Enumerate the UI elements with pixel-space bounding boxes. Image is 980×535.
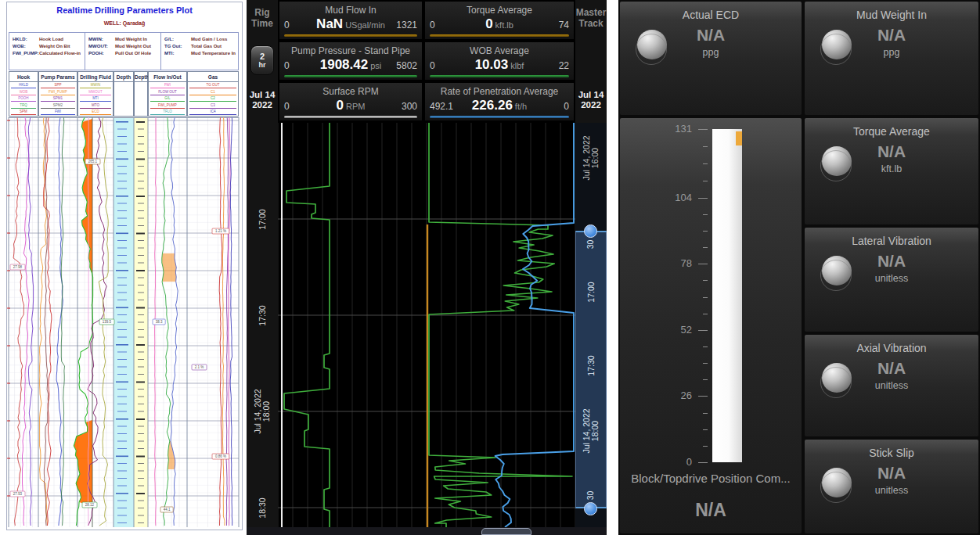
curve-scale-label: SPM2	[41, 103, 75, 107]
gauge-minor-tick	[703, 214, 708, 215]
legend-text: Mud Gain / Loss	[191, 36, 227, 43]
curve-scale-label: TG OUT	[189, 83, 236, 87]
gauge-wob-average[interactable]: WOB Average010.03klbf22	[425, 42, 574, 80]
gauge-surface-rpm[interactable]: Surface RPM00RPM300	[279, 83, 422, 120]
readouts-panel: Actual ECDN/AppgMud Weight InN/AppgTorqu…	[618, 0, 980, 535]
time-tick-label: 17:30	[247, 284, 278, 346]
legend-item: MWOUT:Mud Weight Out	[88, 43, 158, 50]
gauge-reading: 0kft.lb	[425, 16, 574, 32]
track-scale-cell: TG OUTC1C2C3IC4	[187, 81, 239, 117]
gauge-title: Torque Average	[425, 2, 574, 16]
track-header: Gas	[187, 71, 239, 81]
gauge-rate-of-penetration-average[interactable]: Rate of Penetration Average492.1226.26ft…	[425, 83, 574, 120]
curve-scale-label: POOH	[11, 96, 36, 100]
legend-key: MTI:	[164, 50, 191, 57]
curve-scale-label: HKLD	[11, 83, 36, 87]
gauge-unit: kft.lb	[495, 20, 513, 30]
readout-tile-actual-ecd[interactable]: Actual ECDN/Appg	[620, 2, 802, 115]
gauge-major-tick	[698, 330, 708, 331]
block-position-gauge-tile[interactable]: 1311047852260Block/Topdrive Position Com…	[620, 118, 802, 533]
gauge-reading: 0RPM	[279, 98, 422, 113]
interval-button[interactable]: 2 hr	[250, 45, 274, 75]
curve-scale-row: TFLO	[150, 109, 185, 115]
curve-scale-row: MTO	[80, 102, 111, 108]
gauge-minor-tick	[703, 446, 708, 447]
legend-item: TG Out:Total Gas Out	[164, 43, 236, 50]
gauge-tick-label: 0	[651, 456, 692, 468]
curve-scale-row: TG OUT	[189, 82, 236, 88]
time-tick-label: 17:00	[247, 188, 278, 250]
gauge-unit: klbf	[510, 61, 524, 70]
gauge-reading: 226.26ft/h	[425, 98, 574, 113]
status-orb-icon	[822, 468, 852, 497]
gauge-major-tick	[698, 198, 708, 199]
curve-scale-row: FWI_PUMP	[41, 88, 75, 95]
gauge-unit: psi	[370, 61, 381, 70]
readout-tile-torque-average[interactable]: Torque AverageN/Akft.lb	[805, 118, 978, 224]
track-header: Depth	[113, 71, 134, 81]
gauge-torque-average[interactable]: Torque Average00kft.lb74	[425, 2, 574, 39]
svg-text:139.5: 139.5	[103, 320, 112, 324]
time-tick-label: 18:30	[247, 476, 278, 535]
gauge-minor-tick	[703, 314, 708, 314]
curve-scale-label: G/L	[80, 116, 111, 117]
gauge-mud-flow-in[interactable]: Mud Flow In0NaNUSgal/min1321	[279, 2, 422, 39]
time-window-selection[interactable]	[575, 231, 607, 508]
curve-scale-row: MTI	[80, 95, 111, 102]
track-header: Pump Params	[38, 71, 77, 81]
gauge-minor-tick	[703, 297, 708, 298]
master-track-date: Jul 14 2022	[575, 90, 607, 110]
svg-text:2.1 %: 2.1 %	[195, 365, 204, 369]
gauge-major-tick	[698, 129, 708, 130]
curve-scale-row: FLOW	[41, 115, 75, 117]
realtime-plot-panel: Realtime Drilling Parameters Plot WELL: …	[6, 2, 243, 530]
gauge-minor-tick	[703, 280, 708, 281]
track-scale-cell: MWINMWOUTMTIMTOECDG/L	[77, 81, 113, 117]
status-orb-icon	[822, 363, 852, 393]
curve-scale-row: FWI	[150, 82, 185, 88]
svg-text:44.1: 44.1	[164, 508, 171, 512]
gauge-bar	[712, 129, 742, 462]
gauge-value: 0	[337, 98, 344, 113]
tile-title: Lateral Vibration	[805, 228, 978, 247]
readout-tile-mud-weight-in[interactable]: Mud Weight InN/Appg	[805, 2, 978, 115]
strip-chart-plot[interactable]	[278, 123, 575, 527]
curve-scale-label: C2	[189, 96, 236, 100]
selection-handle-bottom[interactable]	[584, 502, 597, 515]
curve-scale-row: IC4	[189, 109, 236, 115]
readout-tile-lateral-vibration[interactable]: Lateral VibrationN/Aunitless	[805, 228, 978, 332]
svg-text:38.3: 38.3	[156, 320, 163, 324]
selection-handle-top[interactable]	[584, 224, 597, 238]
curve-scale-label: FWI	[150, 83, 185, 87]
gauge-value: 1908.42	[320, 57, 368, 72]
legend-text: Weight On Bit	[39, 43, 70, 50]
curve-scale-row: G/L	[80, 115, 111, 117]
gauge-minor-tick	[703, 363, 708, 364]
readout-tile-stick-slip[interactable]: Stick SlipN/Aunitless	[805, 440, 978, 533]
time-tick-label: Jul 14, 202216:00	[575, 127, 607, 189]
legend-key: MWIN:	[88, 36, 115, 43]
gauge-reading: 10.03klbf	[425, 57, 574, 73]
gauge-pump-pressure-stand-pipe[interactable]: Pump Pressure - Stand Pipe01908.42psi580…	[279, 42, 422, 80]
curve-scale-row: POOH	[11, 95, 36, 102]
curve-scale-label: IC4	[189, 110, 236, 113]
track-header-row: HookPump ParamsDrilling FluidDepthDepthF…	[7, 71, 242, 82]
gauge-minor-tick	[703, 379, 708, 380]
gauge-title: WOB Average	[425, 42, 574, 57]
interval-value: 2	[260, 52, 265, 61]
interval-unit: hr	[259, 61, 266, 70]
curve-scale-row: MWOUT	[80, 88, 111, 95]
readout-tile-axial-vibration[interactable]: Axial VibrationN/Aunitless	[805, 335, 978, 436]
gauge-minor-tick	[703, 429, 708, 430]
master-track-label: Master Track	[575, 7, 607, 29]
curve-scale-label: G/L AVG	[150, 116, 185, 117]
scroll-thumb[interactable]	[481, 528, 531, 535]
master-track-timeline[interactable]: Jul 14, 202216:003017:0017:30Jul 14, 202…	[575, 123, 607, 527]
gauge-label: Block/Topdrive Position Com...	[620, 472, 802, 485]
gauge-minor-tick	[703, 163, 708, 164]
curve-legend-box: HKLD:Hook LoadWOB:Weight On BitFWI_PUMP:…	[9, 32, 239, 70]
curve-scale-label: SPM	[11, 110, 36, 113]
track-header: Flow In/Out	[148, 71, 187, 81]
legend-text: Hook Load	[39, 36, 63, 43]
svg-text:27.93: 27.93	[13, 492, 23, 496]
